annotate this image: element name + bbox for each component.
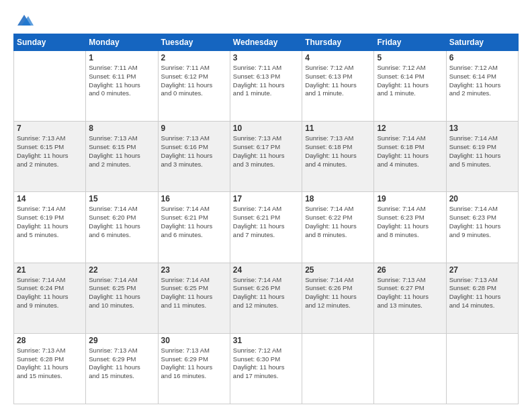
day-number: 27 <box>449 265 515 275</box>
day-info: Sunrise: 7:14 AM Sunset: 6:23 PM Dayligh… <box>377 205 443 239</box>
day-number: 1 <box>89 53 154 62</box>
day-info: Sunrise: 7:12 AM Sunset: 6:14 PM Dayligh… <box>377 64 443 98</box>
day-number: 16 <box>161 194 227 203</box>
calendar-header-wednesday: Wednesday <box>230 34 302 51</box>
calendar-header-sunday: Sunday <box>14 34 86 51</box>
calendar-cell: 30Sunrise: 7:13 AM Sunset: 6:29 PM Dayli… <box>158 333 230 404</box>
day-number: 7 <box>17 124 83 133</box>
day-number: 17 <box>233 194 299 203</box>
day-number: 28 <box>17 336 83 345</box>
day-number: 20 <box>449 194 515 203</box>
day-number: 5 <box>377 53 443 62</box>
day-info: Sunrise: 7:13 AM Sunset: 6:29 PM Dayligh… <box>89 347 154 381</box>
day-info: Sunrise: 7:14 AM Sunset: 6:26 PM Dayligh… <box>305 276 371 310</box>
calendar-cell: 10Sunrise: 7:13 AM Sunset: 6:17 PM Dayli… <box>230 122 302 192</box>
calendar-cell: 8Sunrise: 7:13 AM Sunset: 6:15 PM Daylig… <box>86 122 158 192</box>
calendar-header-friday: Friday <box>374 34 446 51</box>
calendar-header-tuesday: Tuesday <box>158 34 230 51</box>
calendar-cell: 27Sunrise: 7:13 AM Sunset: 6:28 PM Dayli… <box>446 263 518 333</box>
day-info: Sunrise: 7:14 AM Sunset: 6:18 PM Dayligh… <box>377 134 443 169</box>
day-info: Sunrise: 7:13 AM Sunset: 6:16 PM Dayligh… <box>161 134 227 169</box>
calendar-cell: 25Sunrise: 7:14 AM Sunset: 6:26 PM Dayli… <box>302 263 374 333</box>
logo <box>13 11 34 27</box>
day-info: Sunrise: 7:13 AM Sunset: 6:28 PM Dayligh… <box>17 347 83 381</box>
day-number: 9 <box>161 124 227 133</box>
day-info: Sunrise: 7:11 AM Sunset: 6:11 PM Dayligh… <box>89 64 154 98</box>
calendar-cell: 29Sunrise: 7:13 AM Sunset: 6:29 PM Dayli… <box>86 333 158 404</box>
calendar-cell: 17Sunrise: 7:14 AM Sunset: 6:21 PM Dayli… <box>230 192 302 263</box>
day-info: Sunrise: 7:12 AM Sunset: 6:14 PM Dayligh… <box>449 64 515 98</box>
calendar-cell <box>14 51 86 122</box>
calendar-cell <box>446 333 518 404</box>
day-info: Sunrise: 7:14 AM Sunset: 6:19 PM Dayligh… <box>17 205 83 239</box>
calendar-cell: 2Sunrise: 7:11 AM Sunset: 6:12 PM Daylig… <box>158 51 230 122</box>
calendar-cell: 12Sunrise: 7:14 AM Sunset: 6:18 PM Dayli… <box>374 122 446 192</box>
day-info: Sunrise: 7:14 AM Sunset: 6:22 PM Dayligh… <box>305 205 371 239</box>
day-info: Sunrise: 7:14 AM Sunset: 6:24 PM Dayligh… <box>17 276 83 310</box>
day-number: 18 <box>305 194 371 203</box>
calendar-header-row: SundayMondayTuesdayWednesdayThursdayFrid… <box>14 34 519 51</box>
day-number: 25 <box>305 265 371 275</box>
day-number: 4 <box>305 53 371 62</box>
calendar-cell: 22Sunrise: 7:14 AM Sunset: 6:25 PM Dayli… <box>86 263 158 333</box>
calendar-cell: 19Sunrise: 7:14 AM Sunset: 6:23 PM Dayli… <box>374 192 446 263</box>
day-info: Sunrise: 7:13 AM Sunset: 6:15 PM Dayligh… <box>17 134 83 169</box>
calendar-cell: 21Sunrise: 7:14 AM Sunset: 6:24 PM Dayli… <box>14 263 86 333</box>
day-number: 6 <box>449 53 515 62</box>
calendar-cell: 3Sunrise: 7:11 AM Sunset: 6:13 PM Daylig… <box>230 51 302 122</box>
calendar-week-row: 14Sunrise: 7:14 AM Sunset: 6:19 PM Dayli… <box>14 192 519 263</box>
header <box>13 11 519 27</box>
day-number: 29 <box>89 336 154 345</box>
day-number: 11 <box>305 124 371 133</box>
calendar-cell: 15Sunrise: 7:14 AM Sunset: 6:20 PM Dayli… <box>86 192 158 263</box>
calendar-cell: 13Sunrise: 7:14 AM Sunset: 6:19 PM Dayli… <box>446 122 518 192</box>
calendar-cell: 31Sunrise: 7:12 AM Sunset: 6:30 PM Dayli… <box>230 333 302 404</box>
calendar-header-saturday: Saturday <box>446 34 518 51</box>
day-number: 15 <box>89 194 154 203</box>
calendar-table: SundayMondayTuesdayWednesdayThursdayFrid… <box>13 34 519 404</box>
day-info: Sunrise: 7:14 AM Sunset: 6:21 PM Dayligh… <box>161 205 227 239</box>
calendar-cell: 16Sunrise: 7:14 AM Sunset: 6:21 PM Dayli… <box>158 192 230 263</box>
calendar-cell <box>374 333 446 404</box>
calendar-header-thursday: Thursday <box>302 34 374 51</box>
day-info: Sunrise: 7:11 AM Sunset: 6:12 PM Dayligh… <box>161 64 227 98</box>
calendar-cell <box>302 333 374 404</box>
day-number: 8 <box>89 124 154 133</box>
day-info: Sunrise: 7:14 AM Sunset: 6:20 PM Dayligh… <box>89 205 154 239</box>
day-number: 12 <box>377 124 443 133</box>
calendar-cell: 18Sunrise: 7:14 AM Sunset: 6:22 PM Dayli… <box>302 192 374 263</box>
day-info: Sunrise: 7:12 AM Sunset: 6:30 PM Dayligh… <box>233 347 299 381</box>
logo-icon <box>15 11 34 30</box>
calendar-week-row: 1Sunrise: 7:11 AM Sunset: 6:11 PM Daylig… <box>14 51 519 122</box>
calendar-week-row: 7Sunrise: 7:13 AM Sunset: 6:15 PM Daylig… <box>14 122 519 192</box>
calendar-cell: 1Sunrise: 7:11 AM Sunset: 6:11 PM Daylig… <box>86 51 158 122</box>
day-info: Sunrise: 7:14 AM Sunset: 6:26 PM Dayligh… <box>233 276 299 310</box>
day-number: 30 <box>161 336 227 345</box>
day-info: Sunrise: 7:13 AM Sunset: 6:18 PM Dayligh… <box>305 134 371 169</box>
day-info: Sunrise: 7:14 AM Sunset: 6:21 PM Dayligh… <box>233 205 299 239</box>
day-info: Sunrise: 7:14 AM Sunset: 6:25 PM Dayligh… <box>161 276 227 310</box>
day-number: 31 <box>233 336 299 345</box>
day-number: 3 <box>233 53 299 62</box>
calendar-week-row: 28Sunrise: 7:13 AM Sunset: 6:28 PM Dayli… <box>14 333 519 404</box>
calendar-cell: 9Sunrise: 7:13 AM Sunset: 6:16 PM Daylig… <box>158 122 230 192</box>
calendar-cell: 14Sunrise: 7:14 AM Sunset: 6:19 PM Dayli… <box>14 192 86 263</box>
page: SundayMondayTuesdayWednesdayThursdayFrid… <box>0 0 532 411</box>
day-number: 19 <box>377 194 443 203</box>
day-number: 2 <box>161 53 227 62</box>
calendar-cell: 5Sunrise: 7:12 AM Sunset: 6:14 PM Daylig… <box>374 51 446 122</box>
calendar-cell: 11Sunrise: 7:13 AM Sunset: 6:18 PM Dayli… <box>302 122 374 192</box>
calendar-cell: 23Sunrise: 7:14 AM Sunset: 6:25 PM Dayli… <box>158 263 230 333</box>
day-number: 13 <box>449 124 515 133</box>
calendar-cell: 28Sunrise: 7:13 AM Sunset: 6:28 PM Dayli… <box>14 333 86 404</box>
calendar-week-row: 21Sunrise: 7:14 AM Sunset: 6:24 PM Dayli… <box>14 263 519 333</box>
day-number: 24 <box>233 265 299 275</box>
calendar-cell: 20Sunrise: 7:14 AM Sunset: 6:23 PM Dayli… <box>446 192 518 263</box>
day-number: 10 <box>233 124 299 133</box>
day-info: Sunrise: 7:14 AM Sunset: 6:19 PM Dayligh… <box>449 134 515 169</box>
day-info: Sunrise: 7:11 AM Sunset: 6:13 PM Dayligh… <box>233 64 299 98</box>
day-number: 22 <box>89 265 154 275</box>
day-info: Sunrise: 7:13 AM Sunset: 6:17 PM Dayligh… <box>233 134 299 169</box>
day-number: 23 <box>161 265 227 275</box>
calendar-cell: 4Sunrise: 7:12 AM Sunset: 6:13 PM Daylig… <box>302 51 374 122</box>
